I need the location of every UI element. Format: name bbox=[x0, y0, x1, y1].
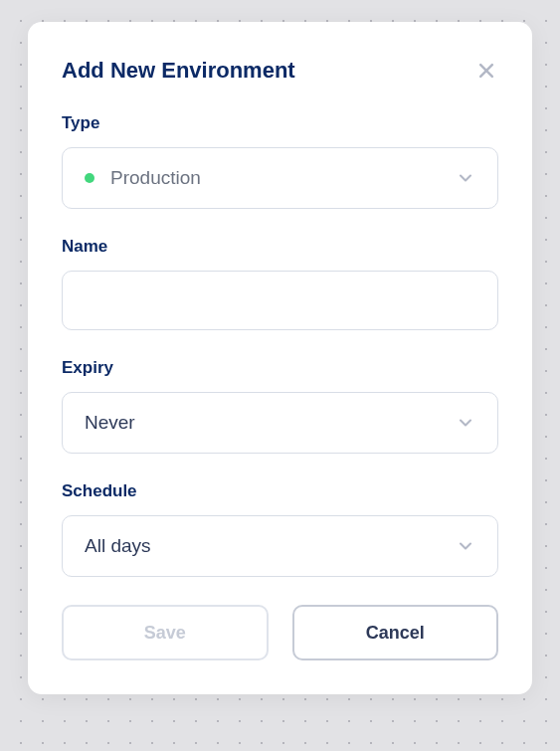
save-button[interactable]: Save bbox=[62, 605, 269, 660]
schedule-field-group: Schedule All days bbox=[62, 481, 498, 577]
close-icon bbox=[476, 61, 496, 81]
schedule-select-value: All days bbox=[85, 535, 151, 557]
name-label: Name bbox=[62, 237, 498, 257]
chevron-down-icon bbox=[456, 168, 475, 188]
type-label: Type bbox=[62, 113, 498, 133]
name-field-group: Name bbox=[62, 237, 498, 330]
schedule-select[interactable]: All days bbox=[62, 515, 498, 577]
schedule-select-value-wrap: All days bbox=[85, 535, 151, 557]
cancel-button[interactable]: Cancel bbox=[292, 605, 499, 660]
save-button-label: Save bbox=[144, 623, 186, 644]
expiry-field-group: Expiry Never bbox=[62, 358, 498, 454]
type-field-group: Type Production bbox=[62, 113, 498, 209]
expiry-label: Expiry bbox=[62, 358, 498, 378]
button-row: Save Cancel bbox=[62, 605, 498, 660]
chevron-down-icon bbox=[456, 536, 475, 556]
type-select-value: Production bbox=[110, 167, 201, 189]
chevron-down-icon bbox=[456, 413, 475, 433]
add-environment-modal: Add New Environment Type Production Name… bbox=[28, 22, 532, 694]
modal-title: Add New Environment bbox=[62, 58, 295, 84]
close-button[interactable] bbox=[474, 59, 498, 83]
expiry-select-value: Never bbox=[85, 412, 135, 434]
type-select-value-wrap: Production bbox=[85, 167, 201, 189]
name-input[interactable] bbox=[62, 271, 498, 330]
modal-header: Add New Environment bbox=[62, 58, 498, 84]
status-dot-icon bbox=[85, 173, 94, 183]
type-select[interactable]: Production bbox=[62, 147, 498, 209]
schedule-label: Schedule bbox=[62, 481, 498, 501]
cancel-button-label: Cancel bbox=[366, 623, 425, 644]
expiry-select-value-wrap: Never bbox=[85, 412, 135, 434]
expiry-select[interactable]: Never bbox=[62, 392, 498, 454]
